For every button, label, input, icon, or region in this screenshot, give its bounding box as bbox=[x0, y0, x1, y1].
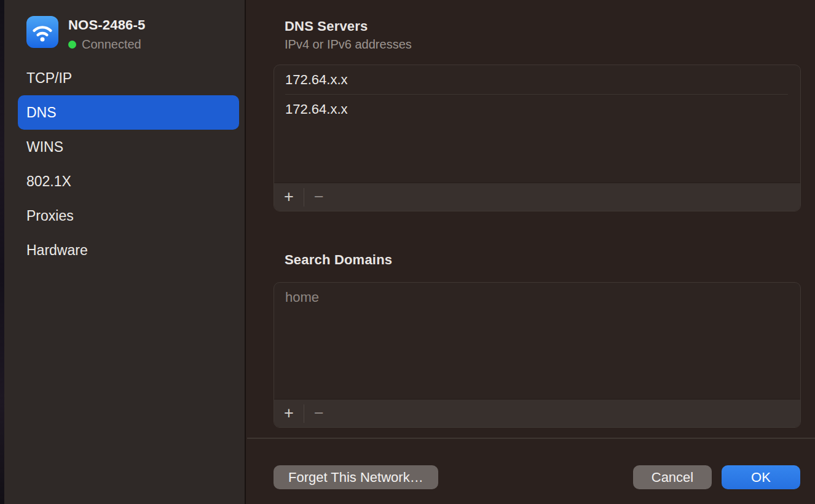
dns-servers-subtitle: IPv4 or IPv6 addresses bbox=[285, 37, 412, 52]
dns-server-value: 172.64.x.x bbox=[285, 72, 348, 88]
cancel-button[interactable]: Cancel bbox=[633, 465, 712, 489]
network-name: NOS-2486-5 bbox=[68, 17, 146, 33]
dns-servers-title: DNS Servers bbox=[285, 18, 368, 34]
dns-server-row[interactable]: 172.64.x.x bbox=[274, 95, 800, 124]
wifi-icon bbox=[26, 16, 58, 48]
forget-network-button[interactable]: Forget This Network… bbox=[274, 465, 438, 489]
sidebar-item-8021x[interactable]: 802.1X bbox=[18, 164, 239, 199]
sidebar: NOS-2486-5 Connected TCP/IP DNS WINS 802… bbox=[4, 0, 246, 504]
network-header: NOS-2486-5 Connected bbox=[26, 16, 146, 52]
search-domains-title: Search Domains bbox=[285, 252, 392, 268]
connection-status: Connected bbox=[82, 37, 141, 52]
dns-server-value: 172.64.x.x bbox=[285, 101, 348, 117]
sidebar-item-dns[interactable]: DNS bbox=[18, 95, 239, 130]
remove-search-domain-button[interactable]: − bbox=[304, 400, 334, 428]
settings-nav: TCP/IP DNS WINS 802.1X Proxies Hardware bbox=[18, 61, 239, 267]
sidebar-item-tcpip[interactable]: TCP/IP bbox=[18, 61, 239, 95]
remove-dns-server-button[interactable]: − bbox=[304, 183, 334, 211]
dns-servers-toolbar: + − bbox=[274, 183, 800, 211]
connected-dot-icon bbox=[68, 41, 76, 49]
search-domains-list: home + − bbox=[274, 282, 801, 428]
add-search-domain-button[interactable]: + bbox=[274, 400, 304, 428]
footer-divider bbox=[247, 438, 815, 439]
dns-server-row[interactable]: 172.64.x.x bbox=[274, 65, 800, 95]
search-domain-row[interactable]: home bbox=[274, 283, 800, 312]
sidebar-item-hardware[interactable]: Hardware bbox=[18, 233, 239, 267]
ok-button[interactable]: OK bbox=[722, 465, 800, 489]
sidebar-item-proxies[interactable]: Proxies bbox=[18, 199, 239, 233]
add-dns-server-button[interactable]: + bbox=[274, 183, 304, 211]
search-domains-toolbar: + − bbox=[274, 399, 800, 427]
window-left-edge bbox=[0, 0, 4, 504]
sidebar-item-wins[interactable]: WINS bbox=[18, 130, 239, 164]
dns-settings-pane: DNS Servers IPv4 or IPv6 addresses 172.6… bbox=[247, 0, 815, 504]
dns-servers-list: 172.64.x.x 172.64.x.x + − bbox=[274, 65, 801, 211]
search-domain-value: home bbox=[285, 289, 319, 305]
